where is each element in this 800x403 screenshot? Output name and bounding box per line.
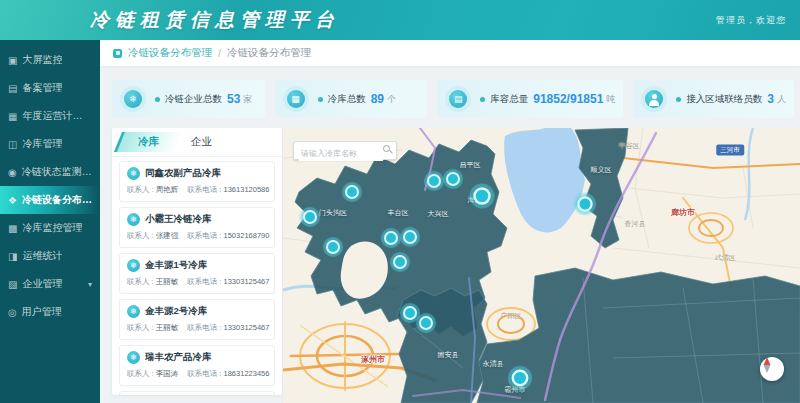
breadcrumb-current: 冷链设备分布管理: [227, 46, 311, 60]
coldstore-cluster-marker[interactable]: [323, 237, 343, 257]
stat-label: 库容总量: [490, 93, 528, 106]
chart-icon: ◨: [8, 251, 17, 262]
user-icon: ◎: [8, 307, 17, 318]
stat-card-coldstores: ▦ 冷库总数 89 个: [275, 80, 428, 118]
sidebar-item[interactable]: ◉冷链状态监测管理: [0, 158, 100, 186]
capacity-icon: ▤: [445, 86, 471, 112]
warehouse-icon: ◫: [8, 139, 17, 150]
stat-unit: 个: [387, 93, 396, 106]
store-contact-row: 联系人 : 王丽敏联系电话 : 13303125467: [127, 277, 267, 287]
bullet-dot-icon: [155, 97, 160, 102]
store-list-item[interactable]: ❄金丰源1号冷库联系人 : 王丽敏联系电话 : 13303125467: [119, 253, 275, 294]
stat-label: 接入区域联络员数: [686, 93, 762, 106]
sidebar-item[interactable]: ◨运维统计: [0, 242, 100, 270]
stats-row: ❄ 冷链企业总数 53 家 ▦ 冷库总数 89 个 ▤ 库容总量 91852/9…: [112, 80, 794, 118]
sidebar-item[interactable]: ◎用户管理: [0, 298, 100, 326]
search-icon[interactable]: [383, 145, 392, 154]
breadcrumb: 冷链设备分布管理 / 冷链设备分布管理: [100, 40, 800, 66]
sidebar-item[interactable]: ▤备案管理: [0, 74, 100, 102]
coldstore-cluster-marker[interactable]: [416, 313, 436, 333]
building-icon: ▨: [8, 279, 17, 290]
sidebar: ▣大屏监控▤备案管理▦年度运营计划管理◫冷库管理◉冷链状态监测管理❖冷链设备分布…: [0, 40, 100, 403]
stat-label: 冷链企业总数: [165, 93, 222, 106]
sidebar-item[interactable]: ▩冷库监控管理: [0, 214, 100, 242]
snowflake-icon: ❄: [127, 167, 140, 180]
person-icon: [641, 86, 667, 112]
sidebar-item-label: 冷库监控管理: [22, 221, 82, 235]
stat-card-enterprises: ❄ 冷链企业总数 53 家: [112, 80, 265, 118]
store-contact-row: 联系人 : 张建强联系电话 : 15032168790: [127, 231, 267, 241]
calendar-icon: ▦: [8, 111, 17, 122]
sidebar-item-label: 冷链状态监测管理: [22, 165, 92, 179]
store-list-item[interactable]: ❄华冷鲜生冷库联系人 : 赵文静联系电话 : 13582901234: [119, 391, 275, 395]
store-title: 同鑫农副产品冷库: [145, 167, 221, 180]
tab-coldstore[interactable]: 冷库: [122, 131, 175, 153]
coldstore-cluster-marker[interactable]: [470, 184, 495, 209]
coldstore-icon: ▦: [283, 86, 309, 112]
store-list-item[interactable]: ❄同鑫农副产品冷库联系人 : 周艳辉联系电话 : 13613120586: [119, 161, 275, 202]
map-icon: ❖: [8, 195, 17, 206]
stat-card-capacity: ▤ 库容总量 91852/91851 吨: [437, 80, 623, 118]
store-list-item[interactable]: ❄金丰源2号冷库联系人 : 王丽敏联系电话 : 13303125467: [119, 299, 275, 340]
app-title: 冷链租赁信息管理平台: [90, 7, 340, 33]
tab-enterprise[interactable]: 企业: [175, 131, 228, 153]
coldstore-cluster-marker[interactable]: [508, 366, 532, 390]
coldstore-cluster-marker[interactable]: [574, 193, 596, 215]
sidebar-item-label: 年度运营计划管理: [22, 109, 92, 123]
store-list-item[interactable]: ❄小霸王冷链冷库联系人 : 张建强联系电话 : 15032168790: [119, 207, 275, 248]
map-search-input[interactable]: [299, 146, 383, 161]
sidebar-item[interactable]: ▨企业管理▾: [0, 270, 100, 298]
snowflake-icon: ❄: [127, 351, 140, 364]
stat-unit: 人: [777, 93, 786, 106]
user-greeting[interactable]: 管理员，欢迎您: [716, 14, 786, 27]
sidebar-item[interactable]: ▣大屏监控: [0, 46, 100, 74]
stat-card-liaisons: 接入区域联络员数 3 人: [633, 80, 794, 118]
store-contact-row: 联系人 : 李国涛联系电话 : 18631223456: [127, 369, 267, 379]
bullet-dot-icon: [480, 97, 485, 102]
stat-unit: 吨: [606, 93, 615, 106]
map-base-layer: [283, 128, 800, 403]
compass-needle-icon: [760, 357, 774, 373]
coldstore-cluster-marker[interactable]: [443, 169, 463, 189]
sidebar-item-label: 备案管理: [22, 81, 62, 95]
coldstore-cluster-marker[interactable]: [300, 207, 320, 227]
sidebar-item[interactable]: ▦年度运营计划管理: [0, 102, 100, 130]
stat-unit: 家: [243, 93, 252, 106]
stat-label: 冷库总数: [328, 93, 366, 106]
breadcrumb-root[interactable]: 冷链设备分布管理: [128, 46, 212, 60]
coldstore-cluster-marker[interactable]: [400, 227, 420, 247]
coldstore-cluster-marker[interactable]: [424, 171, 444, 191]
store-list-item[interactable]: ❄瑞丰农产品冷库联系人 : 李国涛联系电话 : 18631223456: [119, 345, 275, 386]
chevron-down-icon: ▾: [88, 280, 92, 289]
stat-value: 3: [767, 92, 774, 106]
monitor-icon: ▣: [8, 55, 17, 66]
sidebar-item-label: 大屏监控: [22, 53, 62, 67]
file-icon: ▤: [8, 83, 17, 94]
snowflake-icon: ❄: [127, 213, 140, 226]
gauge-icon: ◉: [8, 167, 17, 178]
coldstore-cluster-marker[interactable]: [390, 252, 410, 272]
coldstore-cluster-marker[interactable]: [342, 182, 362, 202]
bullet-dot-icon: [676, 97, 681, 102]
compass-control[interactable]: [760, 357, 784, 381]
store-contact-row: 联系人 : 王丽敏联系电话 : 13303125467: [127, 323, 267, 333]
sidebar-item[interactable]: ❖冷链设备分布管理: [0, 186, 100, 214]
sidebar-item-label: 企业管理: [22, 277, 62, 291]
map-canvas[interactable]: 昌平区海淀区顺义区门头沟区丰台区大兴区固安县永清县霸州市涿州市廊坊市平谷区香河县…: [283, 128, 800, 403]
store-title: 小霸王冷链冷库: [145, 213, 212, 226]
sidebar-item-label: 冷链设备分布管理: [22, 193, 92, 207]
camera-icon: ▩: [8, 223, 17, 234]
enterprise-icon: ❄: [120, 86, 146, 112]
store-list[interactable]: ❄同鑫农副产品冷库联系人 : 周艳辉联系电话 : 13613120586❄小霸王…: [112, 157, 282, 395]
sidebar-item-label: 冷库管理: [22, 137, 62, 151]
stat-value: 53: [227, 92, 240, 106]
coldstore-cluster-marker[interactable]: [381, 228, 401, 248]
store-panel: 冷库 企业 ❄同鑫农副产品冷库联系人 : 周艳辉联系电话 : 136131205…: [112, 128, 282, 395]
sidebar-item[interactable]: ◫冷库管理: [0, 130, 100, 158]
snowflake-icon: ❄: [127, 259, 140, 272]
breadcrumb-icon: [113, 49, 122, 58]
store-title: 瑞丰农产品冷库: [145, 351, 212, 364]
map-search: [293, 141, 397, 160]
snowflake-icon: ❄: [127, 305, 140, 318]
breadcrumb-separator: /: [218, 47, 221, 59]
